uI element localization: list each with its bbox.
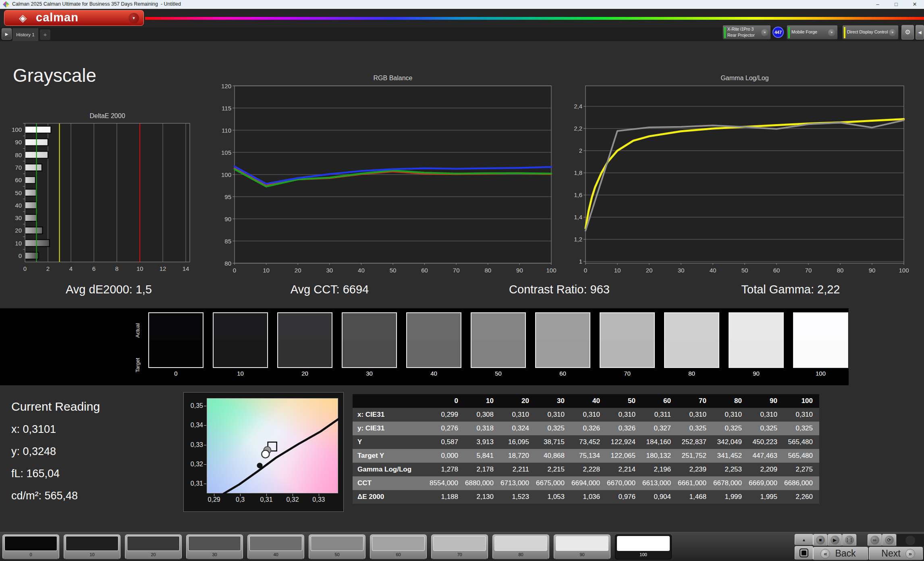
loop-button[interactable]: ∞ bbox=[868, 534, 882, 546]
patch-button-80[interactable]: 80 bbox=[492, 534, 549, 559]
reading-cdm2: cd/m²: 565,48 bbox=[11, 490, 78, 502]
grayscale-swatch-10: 10 bbox=[213, 312, 268, 377]
patch-swatch bbox=[311, 536, 363, 551]
meter-status-indicator bbox=[724, 27, 726, 38]
close-icon[interactable]: ✕ bbox=[907, 0, 922, 9]
swatch-level-label: 80 bbox=[664, 370, 719, 377]
table-row: y: CIE310,2760,3180,3240,3250,3260,3260,… bbox=[353, 422, 819, 435]
column-header: 40 bbox=[571, 394, 606, 408]
calman-window: Calman 2025 Calman Ultimate for Business… bbox=[0, 0, 924, 561]
play-button[interactable]: ▶ bbox=[828, 534, 842, 546]
infinity-icon: ∞ bbox=[870, 536, 879, 544]
add-tab-button[interactable]: + bbox=[40, 29, 50, 40]
collapse-panel-icon[interactable]: ◀ bbox=[916, 25, 924, 39]
grayscale-swatch-70: 70 bbox=[600, 312, 655, 377]
cie-y-tick: 0,34 bbox=[184, 422, 203, 429]
step-pattern-button[interactable]: [··] bbox=[842, 534, 856, 546]
swatch-level-label: 10 bbox=[213, 370, 268, 377]
svg-text:40: 40 bbox=[15, 202, 22, 209]
patch-label: 80 bbox=[493, 552, 549, 557]
patch-swatch bbox=[66, 536, 118, 551]
svg-text:30: 30 bbox=[326, 267, 333, 274]
maximize-icon[interactable]: □ bbox=[889, 0, 903, 9]
svg-text:115: 115 bbox=[222, 105, 231, 112]
patch-button-60[interactable]: 60 bbox=[370, 534, 427, 559]
pattern-source-dropdown[interactable]: Mobile Forge ▼ bbox=[787, 25, 838, 39]
grayscale-swatch-100: 100 bbox=[793, 312, 848, 377]
svg-text:1,2: 1,2 bbox=[574, 236, 582, 243]
reference-point-marker bbox=[257, 463, 263, 468]
patch-button-90[interactable]: 90 bbox=[554, 534, 610, 559]
stop-button[interactable]: ■ bbox=[813, 534, 827, 546]
swatch-level-label: 20 bbox=[277, 370, 332, 377]
chevron-down-icon[interactable]: ▼ bbox=[761, 29, 768, 36]
meter-dropdown[interactable]: X-Rite i1Pro 3 Rear Projector ▼ bbox=[723, 25, 771, 39]
refresh-button[interactable]: ⟳ bbox=[882, 534, 896, 546]
svg-text:50: 50 bbox=[390, 267, 397, 274]
rgb-balance-chart: RGB Balance80859095100105110115120010203… bbox=[210, 74, 557, 275]
minimize-icon[interactable]: – bbox=[870, 0, 885, 9]
spectrum-strip bbox=[145, 17, 924, 20]
meter-bar: X-Rite i1Pro 3 Rear Projector ▼ 447 Mobi… bbox=[723, 25, 924, 40]
column-header: 100 bbox=[784, 394, 819, 408]
svg-text:105: 105 bbox=[221, 149, 231, 156]
cie-x-tick: 0,3 bbox=[230, 496, 250, 503]
calman-menu-button[interactable]: ◈ calman ▼ bbox=[4, 10, 144, 26]
actual-swatch bbox=[665, 313, 718, 340]
svg-text:12: 12 bbox=[160, 265, 166, 272]
svg-text:120: 120 bbox=[221, 83, 231, 89]
tab-scroll-button[interactable]: ▶ bbox=[2, 28, 12, 39]
patch-button-0[interactable]: 0 bbox=[2, 534, 59, 559]
chevron-down-icon[interactable]: ▼ bbox=[828, 29, 835, 36]
svg-text:80: 80 bbox=[224, 260, 231, 267]
reading-fl: fL: 165,04 bbox=[11, 468, 60, 480]
window-title: Calman 2025 Calman Ultimate for Business… bbox=[12, 1, 181, 7]
up-arrow-icon: ▲ bbox=[802, 538, 806, 542]
avg-cct-stat: Avg CCT: 6694 bbox=[249, 283, 410, 296]
reading-y: y: 0,3248 bbox=[11, 445, 56, 458]
patch-button-30[interactable]: 30 bbox=[186, 534, 243, 559]
patch-button-20[interactable]: 20 bbox=[125, 534, 182, 559]
column-header: 70 bbox=[677, 394, 713, 408]
patch-swatch bbox=[617, 536, 670, 551]
display-control-dropdown[interactable]: Direct Display Control ▼ bbox=[842, 25, 899, 39]
table-row: CCT8554,0006880,0006713,0006675,0006694,… bbox=[353, 476, 819, 490]
patch-swatch bbox=[4, 536, 57, 551]
target-swatch bbox=[794, 340, 847, 367]
slide-up-button[interactable]: ▲ bbox=[795, 534, 813, 545]
patch-button-100[interactable]: 100 bbox=[615, 534, 672, 559]
chevron-down-icon[interactable]: ▼ bbox=[129, 13, 139, 23]
target-swatch bbox=[214, 340, 267, 367]
patch-button-10[interactable]: 10 bbox=[64, 534, 120, 559]
play-icon: ▶ bbox=[831, 536, 839, 544]
back-button[interactable]: « Back bbox=[813, 547, 868, 560]
gear-icon[interactable]: ⚙ bbox=[901, 25, 914, 39]
patch-button-50[interactable]: 50 bbox=[309, 534, 365, 559]
pattern-bar: 0102030405060708090100 ▲ ■ ▶ [··] ∞ ⟳ « … bbox=[0, 532, 924, 561]
patch-button-40[interactable]: 40 bbox=[247, 534, 304, 559]
svg-text:90: 90 bbox=[516, 267, 523, 274]
svg-text:1,4: 1,4 bbox=[574, 214, 582, 220]
pattern-window-button[interactable] bbox=[795, 546, 813, 560]
svg-text:14: 14 bbox=[183, 265, 189, 272]
svg-text:10: 10 bbox=[263, 267, 270, 274]
column-header: 50 bbox=[606, 394, 642, 408]
patch-label: 10 bbox=[64, 552, 120, 557]
patch-button-70[interactable]: 70 bbox=[431, 534, 488, 559]
svg-text:80: 80 bbox=[837, 267, 844, 274]
chevron-right-icon: » bbox=[905, 549, 915, 559]
target-swatch bbox=[343, 340, 396, 367]
chevron-down-icon[interactable]: ▼ bbox=[889, 29, 896, 36]
svg-text:60: 60 bbox=[15, 177, 22, 183]
avg-de2000-stat: Avg dE2000: 1,5 bbox=[28, 283, 189, 296]
inactive-slot bbox=[897, 534, 924, 546]
actual-swatch bbox=[600, 313, 654, 340]
cie-x-tick: 0,31 bbox=[256, 496, 276, 503]
target-swatch bbox=[600, 340, 654, 367]
next-button[interactable]: Next » bbox=[869, 547, 923, 560]
column-header: 80 bbox=[713, 394, 748, 408]
svg-text:80: 80 bbox=[15, 152, 22, 158]
target-swatch bbox=[665, 340, 718, 367]
daylight-locus-curve bbox=[224, 419, 338, 494]
tab-history-1[interactable]: History 1 bbox=[12, 28, 38, 41]
